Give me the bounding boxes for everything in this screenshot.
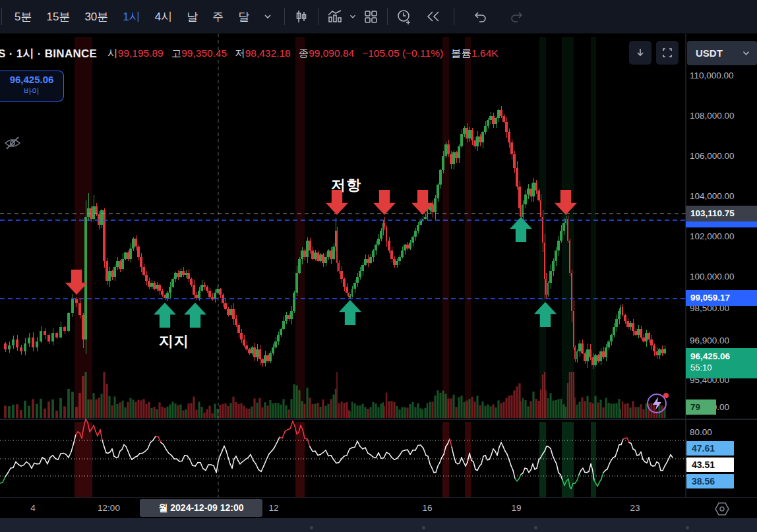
- hide-drawings-eye-slash-icon[interactable]: [3, 133, 22, 153]
- toolbar-separator: [284, 8, 285, 25]
- symbol-legend: S · 1시 · BINANCE 시99,195.89고99,350.45저98…: [0, 45, 506, 62]
- indicators-icon[interactable]: [324, 5, 346, 28]
- ohlc-item: 종99,090.84: [299, 47, 354, 61]
- price-axis-label: 96,900.00: [690, 336, 729, 345]
- ohlc-values: 시99,195.89고99,350.45저98,432.18종99,090.84: [107, 47, 362, 61]
- volume-axis-badge: 79: [686, 399, 716, 415]
- time-axis-label: 16: [422, 503, 432, 513]
- notification-dot: [663, 393, 669, 398]
- currency-value: USDT: [696, 47, 723, 59]
- candlestick-style-icon[interactable]: [290, 5, 313, 28]
- volume-readout: 볼륨1.64K: [451, 47, 499, 61]
- chevron-down-icon[interactable]: [257, 5, 279, 28]
- tradingview-chart-app: 5분15분30분1시4시날주달: [0, 0, 757, 532]
- rsi-current-badge: 43.51: [686, 458, 734, 472]
- bar-countdown: 55:10: [690, 362, 757, 373]
- interval-button-5분[interactable]: 5분: [7, 9, 39, 24]
- interval-button-30분[interactable]: 30분: [77, 9, 115, 24]
- price-axis-label: 80.00: [690, 427, 712, 437]
- time-axis-label: 19: [511, 503, 521, 513]
- last-price-value: 96,425.06: [690, 351, 757, 362]
- strip-glyph: [422, 526, 425, 529]
- toolbar-separator: [1, 8, 2, 25]
- rsi-lower-badge: 38.56: [686, 474, 734, 488]
- flash-trade-icon[interactable]: [644, 390, 671, 416]
- price-axis-label: 108,000.00: [690, 111, 735, 121]
- time-axis-label: 23: [630, 503, 640, 513]
- crosshair-date-badge: 월 2024-12-09 12:00: [140, 499, 262, 517]
- price-axis-label: 102,000.00: [690, 231, 735, 241]
- price-axis-label: 104,000.00: [690, 191, 735, 201]
- chevron-down-icon[interactable]: [346, 5, 359, 28]
- price-axis-label: 110,000.00: [690, 71, 734, 80]
- interval-group: 5분15분30분1시4시날주달: [7, 9, 257, 24]
- scroll-to-latest-button[interactable]: [629, 41, 651, 65]
- volume-label: 볼륨: [451, 47, 471, 59]
- interval-button-4시[interactable]: 4시: [148, 9, 179, 24]
- strip-glyph: [534, 526, 537, 529]
- session-bands: [75, 37, 596, 497]
- buy-price-panel[interactable]: 96,425.06 바이: [0, 71, 64, 102]
- volume-value: 1.64K: [471, 47, 499, 59]
- time-axis[interactable]: 월 2024-12-09 12:00 412:0012161923: [0, 498, 757, 518]
- interval-button-15분[interactable]: 15분: [39, 9, 77, 24]
- last-price-badge: 96,425.06 55:10: [686, 348, 757, 378]
- ohlc-item: 저98,432.18: [235, 47, 290, 61]
- level-lines: [0, 34, 757, 518]
- undo-icon[interactable]: [469, 5, 491, 28]
- bottom-toolbar-strip: [0, 518, 757, 532]
- alert-clock-plus-icon[interactable]: [393, 5, 415, 28]
- layout-grid-icon[interactable]: [359, 5, 382, 28]
- strip-glyph: [686, 526, 689, 529]
- time-axis-label: 12: [268, 503, 278, 513]
- redo-icon[interactable]: [506, 5, 528, 28]
- fullscreen-button[interactable]: [656, 41, 679, 65]
- toolbar-separator: [454, 8, 454, 25]
- top-toolbar: 5분15분30분1시4시날주달: [0, 0, 757, 34]
- currency-select[interactable]: USDT: [687, 41, 757, 65]
- toolbar-separator: [318, 8, 318, 25]
- interval-button-달[interactable]: 달: [231, 9, 257, 24]
- time-axis-label: 4: [30, 503, 36, 513]
- timezone-settings-hexagon-icon[interactable]: [713, 500, 731, 517]
- chevron-down-icon: [742, 49, 750, 57]
- time-axis-label: 12:00: [98, 503, 120, 513]
- price-axis-label: 100,000.00: [690, 272, 735, 281]
- support-price-badge: 99,059.17: [686, 290, 757, 306]
- price-axis-label: 106,000.00: [690, 151, 735, 161]
- support-note: 지지: [159, 332, 189, 351]
- interval-button-주[interactable]: 주: [205, 9, 231, 24]
- strip-glyph: [310, 526, 313, 529]
- toolbar-separator: [387, 8, 388, 25]
- buy-price: 96,425.06: [0, 74, 63, 85]
- buy-label: 바이: [0, 86, 63, 97]
- symbol-title[interactable]: S · 1시 · BINANCE: [0, 46, 97, 61]
- ohlc-item: 시99,195.89: [107, 47, 163, 61]
- chart-canvas[interactable]: [0, 0, 757, 532]
- replay-rewind-icon[interactable]: [422, 5, 444, 28]
- ohlc-item: 고99,350.45: [171, 47, 227, 61]
- interval-button-날[interactable]: 날: [179, 9, 205, 24]
- rsi-upper-badge: 47.61: [686, 441, 734, 456]
- interval-button-1시[interactable]: 1시: [115, 9, 147, 24]
- alert-line-axis-marker: [686, 222, 757, 227]
- crosshair-price-badge: 103,110.75: [686, 206, 757, 222]
- price-change: −105.05 (−0.11%): [362, 47, 443, 59]
